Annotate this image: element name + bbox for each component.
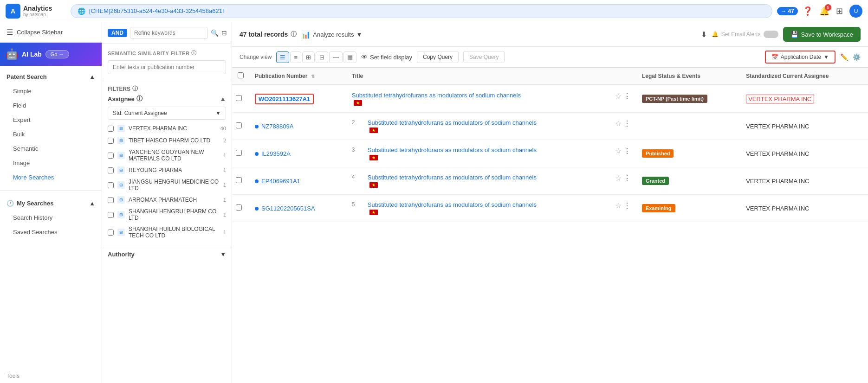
assignee-checkbox-4[interactable] bbox=[108, 182, 114, 188]
sidebar-item-more-searches[interactable]: More Searches bbox=[0, 170, 102, 185]
save-to-workspace-button[interactable]: 💾 Save to Workspace bbox=[783, 27, 861, 42]
url-bar[interactable]: 🌐 [CHEM]26b75310-a524-4e30-a433-3254458a… bbox=[71, 4, 772, 18]
my-searches-label: My Searches bbox=[17, 200, 54, 207]
sidebar-item-image[interactable]: Image bbox=[0, 156, 102, 170]
select-all-checkbox[interactable] bbox=[238, 72, 244, 78]
sort-icon[interactable]: ⇅ bbox=[311, 74, 315, 79]
view-button-list[interactable]: ≡ bbox=[290, 51, 301, 63]
sidebar-item-saved-searches[interactable]: Saved Searches bbox=[0, 225, 102, 239]
keyword-search-button[interactable]: 🔍 bbox=[211, 29, 219, 37]
view-button-table[interactable]: ☰ bbox=[276, 51, 289, 63]
more-options-button[interactable]: ⋮ bbox=[623, 119, 631, 128]
view-button-gantt[interactable]: — bbox=[329, 51, 343, 63]
keyword-input[interactable] bbox=[130, 27, 208, 39]
grid-button[interactable]: ⊞ bbox=[836, 6, 843, 16]
row-number: 3 bbox=[352, 147, 366, 153]
star-button[interactable]: ☆ bbox=[615, 92, 622, 101]
my-searches-header[interactable]: 🕐 My Searches ▲ bbox=[0, 196, 102, 211]
row-checkbox[interactable] bbox=[236, 204, 242, 211]
col-legal-status: Legal Status & Events bbox=[636, 68, 740, 85]
assignee-dropdown[interactable]: Std. Current Assignee ▼ bbox=[108, 107, 226, 120]
avatar-button[interactable]: U bbox=[849, 5, 862, 18]
total-records-info-icon[interactable]: ⓘ bbox=[291, 30, 297, 38]
publication-number-link[interactable]: WO2021113627A1 bbox=[255, 94, 314, 104]
title-link[interactable]: Substituted tetrahydrofurans as modulato… bbox=[368, 119, 613, 126]
more-options-button[interactable]: ⋮ bbox=[623, 92, 631, 101]
sidebar-item-simple[interactable]: Simple bbox=[0, 84, 102, 98]
view-button-split[interactable]: ⊟ bbox=[316, 51, 328, 63]
semantic-title: SEMANTIC SIMILARITY FILTER ⓘ bbox=[108, 50, 226, 57]
assignee-checkbox-2[interactable] bbox=[108, 153, 114, 159]
title-link[interactable]: Substituted tetrahydrofurans as modulato… bbox=[368, 147, 613, 153]
title-link[interactable]: Substituted tetrahydrofurans as modulato… bbox=[368, 201, 613, 208]
title-cell: 2 Substituted tetrahydrofurans as modula… bbox=[346, 113, 636, 140]
more-options-button[interactable]: ⋮ bbox=[623, 201, 631, 210]
results-table: Publication Number ⇅ Title Legal Status … bbox=[232, 68, 868, 383]
collapse-sidebar-button[interactable]: ☰ Collapse Sidebar bbox=[0, 22, 102, 43]
sidebar-item-semantic[interactable]: Semantic bbox=[0, 141, 102, 156]
sidebar-item-expert[interactable]: Expert bbox=[0, 113, 102, 127]
save-query-button[interactable]: Save Query bbox=[463, 51, 505, 63]
assignee-collapse-button[interactable]: ▲ bbox=[220, 95, 226, 102]
star-button[interactable]: ☆ bbox=[615, 174, 622, 183]
view-button-chart[interactable]: ▦ bbox=[343, 51, 356, 63]
cn-flag: ★ bbox=[369, 155, 378, 160]
top-navigation: A Analytics by patsnap 🌐 [CHEM]26b75310-… bbox=[0, 0, 868, 22]
copy-query-button[interactable]: Copy Query bbox=[417, 51, 459, 63]
settings-button[interactable]: ⚙️ bbox=[853, 53, 861, 61]
col-pub-number: Publication Number ⇅ bbox=[249, 68, 346, 85]
application-date-button[interactable]: 📅 Application Date ▼ bbox=[765, 51, 836, 64]
star-button[interactable]: ☆ bbox=[615, 147, 622, 155]
row-checkbox[interactable] bbox=[236, 95, 242, 101]
publication-number-link[interactable]: EP4069691A1 bbox=[261, 178, 300, 185]
assignee-checkbox-6[interactable] bbox=[108, 212, 114, 218]
sidebar-item-field[interactable]: Field bbox=[0, 98, 102, 113]
title-link[interactable]: Substituted tetrahydrofurans as modulato… bbox=[368, 174, 613, 181]
more-options-button[interactable]: ⋮ bbox=[623, 147, 631, 155]
count-badge: → 47 bbox=[777, 7, 798, 15]
patent-search-header[interactable]: Patent Search ▲ bbox=[0, 70, 102, 84]
patent-search-section: Patent Search ▲ Simple Field Expert Bulk… bbox=[0, 66, 102, 188]
more-options-button[interactable]: ⋮ bbox=[623, 174, 631, 183]
assignee-checkbox-0[interactable] bbox=[108, 126, 114, 132]
pencil-button[interactable]: ✏️ bbox=[840, 53, 848, 61]
help-button[interactable]: ❓ bbox=[803, 6, 813, 16]
dot-indicator bbox=[255, 207, 259, 211]
assignee-list: ⊞ VERTEX PHARMA INC 40 ⊞ TIBET HAISCO PH… bbox=[108, 123, 226, 240]
assignee-checkbox-1[interactable] bbox=[108, 138, 114, 144]
sidebar-item-bulk[interactable]: Bulk bbox=[0, 127, 102, 141]
view-button-grid[interactable]: ⊞ bbox=[302, 51, 315, 63]
filter-options-button[interactable]: ⊟ bbox=[221, 29, 227, 37]
status-badge: Granted bbox=[642, 177, 669, 185]
title-link[interactable]: Substituted tetrahydrofurans as modulato… bbox=[352, 92, 613, 99]
assignee-checkbox-7[interactable] bbox=[108, 230, 114, 236]
row-actions: ☆ ⋮ bbox=[615, 147, 631, 155]
row-checkbox[interactable] bbox=[236, 150, 242, 156]
assignee-checkbox-5[interactable] bbox=[108, 197, 114, 203]
notification-button[interactable]: 🔔 5 bbox=[819, 6, 829, 16]
analyze-chevron-icon: ▼ bbox=[356, 31, 362, 38]
company-icon: ⊞ bbox=[117, 211, 125, 218]
assignee-name-3: REYOUNG PHARMA bbox=[129, 167, 220, 173]
publication-number-link[interactable]: IL293592A bbox=[261, 150, 291, 157]
ai-lab-go-button[interactable]: Go → bbox=[45, 50, 69, 58]
publication-number-link[interactable]: NZ788809A bbox=[261, 123, 293, 130]
sidebar-item-search-history[interactable]: Search History bbox=[0, 211, 102, 225]
authority-section[interactable]: Authority ▼ bbox=[102, 246, 232, 262]
ai-lab-banner[interactable]: 🤖 AI Lab Go → bbox=[0, 43, 102, 66]
email-alert-toggle[interactable] bbox=[764, 31, 778, 38]
expert-label: Expert bbox=[13, 116, 31, 123]
row-checkbox[interactable] bbox=[236, 177, 242, 183]
set-field-display-button[interactable]: 👁 Set field display bbox=[361, 53, 412, 61]
assignee-cell: VERTEX PHARMA INC bbox=[740, 140, 868, 167]
similarity-input[interactable] bbox=[108, 60, 226, 74]
assignee-name-4: JIANGSU HENGRUI MEDICINE CO LTD bbox=[129, 179, 220, 192]
assignee-checkbox-3[interactable] bbox=[108, 167, 114, 173]
analyze-results-button[interactable]: 📊 Analyze results ▼ bbox=[301, 30, 362, 39]
row-checkbox[interactable] bbox=[236, 122, 242, 128]
download-button[interactable]: ⬇ bbox=[701, 30, 707, 39]
list-item: ⊞ REYOUNG PHARMA 1 bbox=[108, 165, 226, 175]
publication-number-link[interactable]: SG11202205651SA bbox=[261, 205, 315, 212]
star-button[interactable]: ☆ bbox=[615, 119, 622, 128]
star-button[interactable]: ☆ bbox=[615, 201, 622, 210]
